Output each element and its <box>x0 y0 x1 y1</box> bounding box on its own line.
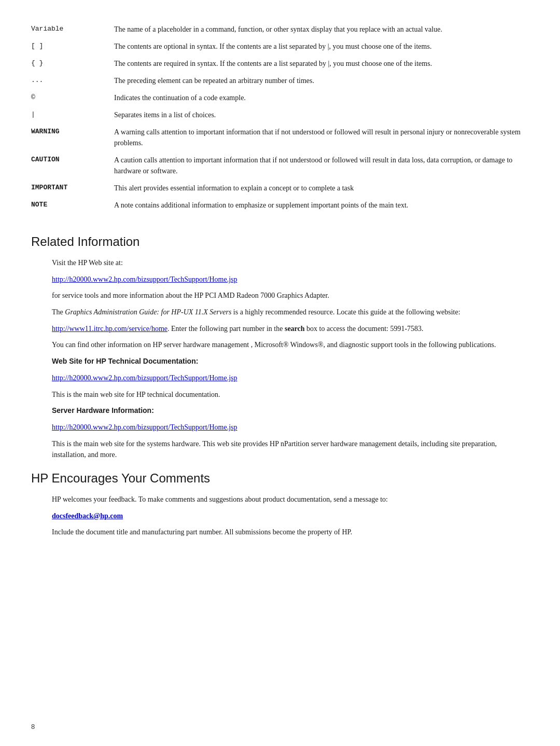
hp-comments-content: HP welcomes your feedback. To make comme… <box>31 494 529 538</box>
term-cell: © <box>31 89 114 106</box>
visit-hp-text: Visit the HP Web site at: <box>52 257 529 269</box>
term-cell: [ ] <box>31 38 114 55</box>
hp-closing-text: Include the document title and manufactu… <box>52 527 529 538</box>
table-row: CAUTIONA caution calls attention to impo… <box>31 151 529 179</box>
definition-cell: The contents are required in syntax. If … <box>114 55 529 72</box>
table-row: IMPORTANTThis alert provides essential i… <box>31 179 529 197</box>
hp-bizsupport-link-1[interactable]: http://h20000.www2.hp.com/bizsupport/Tec… <box>52 275 237 283</box>
server-hardware-description: This is the main web site for the system… <box>52 438 529 461</box>
definition-cell: The name of a placeholder in a command, … <box>114 21 529 38</box>
definition-cell: The preceding element can be repeated an… <box>114 72 529 89</box>
definition-cell: Separates items in a list of choices. <box>114 106 529 123</box>
hp-intro-text: HP welcomes your feedback. To make comme… <box>52 494 529 505</box>
web-site-heading: Web Site for HP Technical Documentation: <box>52 356 529 367</box>
table-row: WARNINGA warning calls attention to impo… <box>31 123 529 151</box>
definition-cell: Indicates the continuation of a code exa… <box>114 89 529 106</box>
server-hardware-heading: Server Hardware Information: <box>52 405 529 417</box>
email-paragraph: docsfeedback@hp.com <box>52 510 529 522</box>
server-hardware-link-paragraph: http://h20000.www2.hp.com/bizsupport/Tec… <box>52 422 529 433</box>
term-cell: NOTE <box>31 197 114 214</box>
definition-cell: This alert provides essential informatio… <box>114 179 529 197</box>
search-bold: search <box>285 325 305 333</box>
term-cell: ... <box>31 72 114 89</box>
term-cell: CAUTION <box>31 151 114 179</box>
page-number: 8 <box>31 723 35 730</box>
main-link-1[interactable]: http://h20000.www2.hp.com/bizsupport/Tec… <box>52 274 529 285</box>
definition-cell: A warning calls attention to important i… <box>114 123 529 151</box>
web-site-link-paragraph: http://h20000.www2.hp.com/bizsupport/Tec… <box>52 372 529 384</box>
table-row: { }The contents are required in syntax. … <box>31 55 529 72</box>
hp-comments-heading: HP Encourages Your Comments <box>31 471 529 486</box>
table-row: VariableThe name of a placeholder in a c… <box>31 21 529 38</box>
hp-bizsupport-link-3[interactable]: http://h20000.www2.hp.com/bizsupport/Tec… <box>52 423 237 431</box>
hp-bizsupport-link-2[interactable]: http://h20000.www2.hp.com/bizsupport/Tec… <box>52 374 237 382</box>
term-cell: | <box>31 106 114 123</box>
term-cell: { } <box>31 55 114 72</box>
itrc-link-paragraph: http://www11.itrc.hp.com/service/home. E… <box>52 323 529 335</box>
table-row: ...The preceding element can be repeated… <box>31 72 529 89</box>
related-information-content: Visit the HP Web site at: http://h20000.… <box>31 257 529 461</box>
table-row: |Separates items in a list of choices. <box>31 106 529 123</box>
table-row: ©Indicates the continuation of a code ex… <box>31 89 529 106</box>
table-row: NOTEA note contains additional informati… <box>31 197 529 214</box>
itrc-link[interactable]: http://www11.itrc.hp.com/service/home <box>52 325 167 333</box>
docsfeedback-email[interactable]: docsfeedback@hp.com <box>52 512 123 520</box>
related-information-heading: Related Information <box>31 234 529 249</box>
web-site-description: This is the main web site for HP technic… <box>52 389 529 400</box>
book-title: Graphics Administration Guide: for HP-UX… <box>65 308 231 316</box>
definition-table: VariableThe name of a placeholder in a c… <box>31 21 529 214</box>
term-cell: IMPORTANT <box>31 179 114 197</box>
definition-cell: The contents are optional in syntax. If … <box>114 38 529 55</box>
term-cell: Variable <box>31 21 114 38</box>
definition-cell: A note contains additional information t… <box>114 197 529 214</box>
definition-cell: A caution calls attention to important i… <box>114 151 529 179</box>
service-tools-text: for service tools and more information a… <box>52 290 529 301</box>
table-row: [ ]The contents are optional in syntax. … <box>31 38 529 55</box>
graphics-admin-guide-text: The Graphics Administration Guide: for H… <box>52 307 529 318</box>
term-cell: WARNING <box>31 123 114 151</box>
other-info-text: You can find other information on HP ser… <box>52 339 529 351</box>
